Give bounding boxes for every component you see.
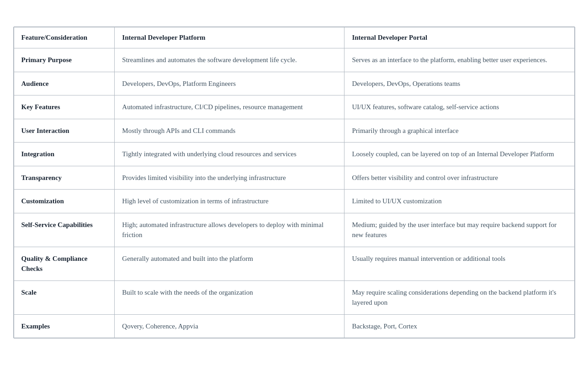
- cell-feature: Key Features: [14, 95, 115, 119]
- cell-platform: Automated infrastructure, CI/CD pipeline…: [115, 95, 344, 119]
- cell-feature: Customization: [14, 190, 115, 213]
- cell-portal: Medium; guided by the user interface but…: [344, 213, 574, 247]
- cell-portal: Backstage, Port, Cortex: [344, 314, 574, 338]
- cell-platform: High; automated infrastructure allows de…: [115, 213, 344, 247]
- cell-platform: Tightly integrated with underlying cloud…: [115, 143, 344, 166]
- table-row: Quality & Compliance ChecksGenerally aut…: [14, 247, 574, 280]
- cell-platform: Qovery, Coherence, Appvia: [115, 314, 344, 338]
- header-portal: Internal Developer Portal: [344, 27, 574, 48]
- table-row: AudienceDevelopers, DevOps, Platform Eng…: [14, 72, 574, 95]
- table-row: Key FeaturesAutomated infrastructure, CI…: [14, 95, 574, 119]
- table-row: IntegrationTightly integrated with under…: [14, 143, 574, 166]
- cell-platform: Developers, DevOps, Platform Engineers: [115, 72, 344, 95]
- table-row: CustomizationHigh level of customization…: [14, 190, 574, 213]
- cell-platform: Mostly through APIs and CLI commands: [115, 119, 344, 143]
- cell-portal: May require scaling considerations depen…: [344, 280, 574, 314]
- cell-portal: Offers better visibility and control ove…: [344, 166, 574, 190]
- cell-portal: Developers, DevOps, Operations teams: [344, 72, 574, 95]
- cell-feature: Audience: [14, 72, 115, 95]
- cell-platform: Streamlines and automates the software d…: [115, 48, 344, 72]
- cell-feature: Self-Service Capabilities: [14, 213, 115, 247]
- table-header-row: Feature/Consideration Internal Developer…: [14, 27, 574, 48]
- table-row: Primary PurposeStreamlines and automates…: [14, 48, 574, 72]
- cell-platform: Built to scale with the needs of the org…: [115, 280, 344, 314]
- cell-portal: Loosely coupled, can be layered on top o…: [344, 143, 574, 166]
- table-row: ExamplesQovery, Coherence, AppviaBacksta…: [14, 314, 574, 338]
- cell-feature: Transparency: [14, 166, 115, 190]
- header-feature: Feature/Consideration: [14, 27, 115, 48]
- header-platform: Internal Developer Platform: [115, 27, 344, 48]
- cell-feature: Quality & Compliance Checks: [14, 247, 115, 280]
- table-row: TransparencyProvides limited visibility …: [14, 166, 574, 190]
- table-row: Self-Service CapabilitiesHigh; automated…: [14, 213, 574, 247]
- cell-feature: Primary Purpose: [14, 48, 115, 72]
- cell-portal: Limited to UI/UX customization: [344, 190, 574, 213]
- cell-portal: Usually requires manual intervention or …: [344, 247, 574, 280]
- cell-platform: High level of customization in terms of …: [115, 190, 344, 213]
- table-row: ScaleBuilt to scale with the needs of th…: [14, 280, 574, 314]
- comparison-table: Feature/Consideration Internal Developer…: [14, 27, 575, 338]
- table-row: User InteractionMostly through APIs and …: [14, 119, 574, 143]
- cell-portal: Primarily through a graphical interface: [344, 119, 574, 143]
- comparison-table-wrapper: Feature/Consideration Internal Developer…: [13, 26, 575, 339]
- cell-platform: Generally automated and built into the p…: [115, 247, 344, 280]
- cell-portal: UI/UX features, software catalog, self-s…: [344, 95, 574, 119]
- cell-feature: Scale: [14, 280, 115, 314]
- cell-feature: Integration: [14, 143, 115, 166]
- cell-platform: Provides limited visibility into the und…: [115, 166, 344, 190]
- cell-feature: User Interaction: [14, 119, 115, 143]
- cell-portal: Serves as an interface to the platform, …: [344, 48, 574, 72]
- cell-feature: Examples: [14, 314, 115, 338]
